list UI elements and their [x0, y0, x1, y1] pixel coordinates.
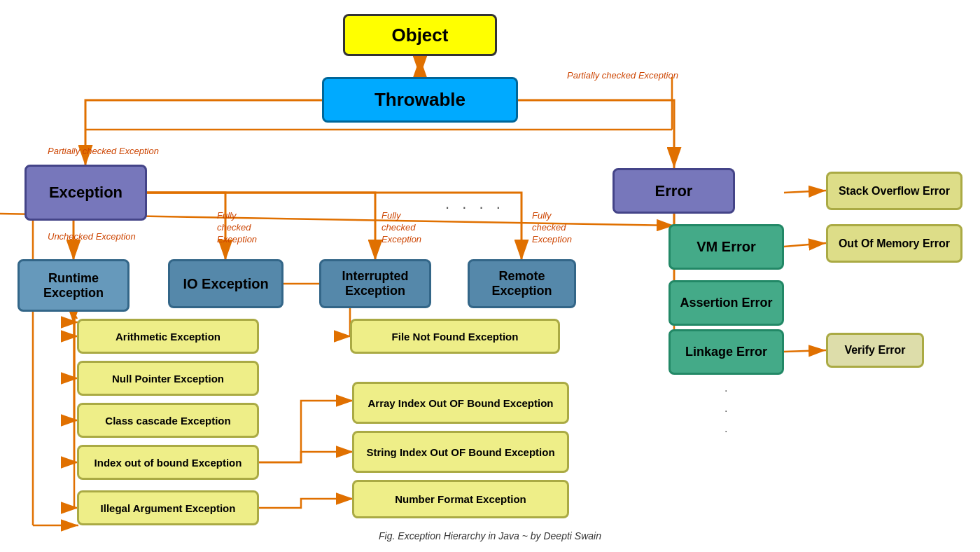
- partially-checked-label-1: Partially checked Exception: [567, 70, 678, 81]
- numberformat-node: Number Format Exception: [352, 480, 569, 518]
- stackoverflow-node: Stack Overflow Error: [826, 172, 962, 210]
- dots-exceptions: . . . .: [445, 195, 505, 213]
- caption: Fig. Exception Hierarchy in Java ~ by De…: [379, 530, 601, 541]
- assertion-node: Assertion Error: [668, 280, 784, 326]
- throwable-node: Throwable: [322, 77, 518, 123]
- error-node: Error: [612, 168, 735, 214]
- io-node: IO Exception: [168, 259, 284, 308]
- fully-checked-label-3: FullycheckedException: [532, 210, 572, 246]
- verifyerror-node: Verify Error: [826, 333, 924, 368]
- partially-checked-label-2: Partially checked Exception: [48, 146, 159, 156]
- indexbound-node: Index out of bound Exception: [77, 445, 259, 480]
- fully-checked-label-1: FullycheckedException: [217, 210, 257, 246]
- filenotfound-node: File Not Found Exception: [350, 319, 560, 354]
- arraybound-node: Array Index Out OF Bound Exception: [352, 382, 569, 424]
- illegalarg-node: Illegal Argument Exception: [77, 490, 259, 525]
- svg-line-9: [784, 350, 826, 352]
- object-node: Object: [343, 14, 497, 56]
- vm-node: VM Error: [668, 224, 784, 270]
- exception-node: Exception: [24, 165, 147, 221]
- classcascade-node: Class cascade Exception: [77, 403, 259, 438]
- remote-node: Remote Exception: [468, 259, 576, 308]
- fully-checked-label-2: FullycheckedException: [382, 210, 421, 246]
- dots-errors: ...: [724, 378, 730, 439]
- svg-line-8: [784, 191, 826, 193]
- diagram: Object Throwable Exception Error Runtime…: [0, 0, 980, 552]
- outofmemory-node: Out Of Memory Error: [826, 224, 962, 263]
- runtime-node: Runtime Exception: [18, 259, 130, 312]
- interrupted-node: Interrupted Exception: [319, 259, 431, 308]
- stringbound-node: String Index Out OF Bound Exception: [352, 431, 569, 473]
- linkage-node: Linkage Error: [668, 329, 784, 375]
- arithmetic-node: Arithmetic Exception: [77, 319, 259, 354]
- nullpointer-node: Null Pointer Exception: [77, 361, 259, 396]
- unchecked-label: Unchecked Exception: [48, 231, 136, 242]
